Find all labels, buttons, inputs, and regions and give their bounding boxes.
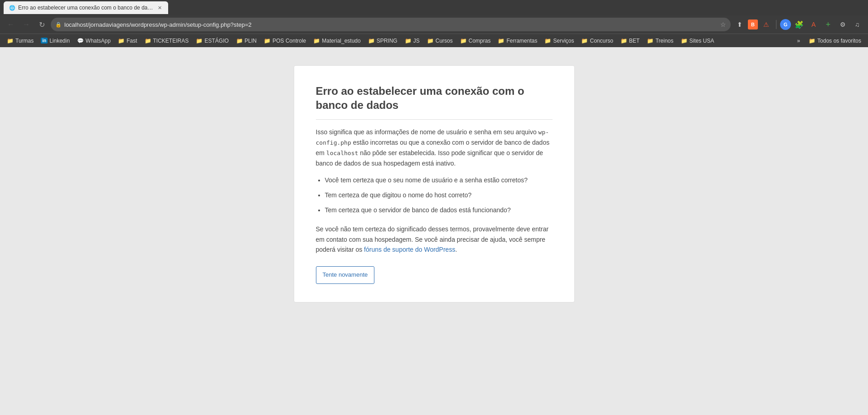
bookmark-material-estudo[interactable]: 📁 Material_estudo (310, 37, 364, 45)
bookmark-estagio[interactable]: 📁 ESTÁGIO (193, 37, 232, 45)
sites-usa-label: Sites USA (689, 38, 714, 44)
whatsapp-icon: 💬 (77, 38, 84, 44)
ticketeiras-label: TICKETEIRAS (153, 38, 189, 44)
turmas-label: Turmas (15, 38, 34, 44)
bookmark-todos-favoritos[interactable]: 📁 Todos os favoritos (805, 37, 864, 45)
treinos-label: Treinos (655, 38, 674, 44)
estagio-icon: 📁 (196, 38, 203, 44)
bookmark-whatsapp[interactable]: 💬 WhatsApp (74, 37, 114, 45)
cursos-label: Cursos (436, 38, 453, 44)
error-card: Erro ao estabelecer uma conexão com o ba… (294, 65, 575, 303)
error-title: Erro ao estabelecer uma conexão com o ba… (316, 84, 553, 120)
bookmark-bet[interactable]: 📁 BET (617, 37, 643, 45)
spring-icon: 📁 (368, 38, 375, 44)
error-body: Isso significa que as informações de nom… (316, 127, 553, 284)
material-estudo-icon: 📁 (313, 38, 320, 44)
url-bar[interactable]: 🔒 localhost/jornadaviagens/wordpress/wp-… (51, 18, 731, 31)
ferramentas-icon: 📁 (498, 38, 504, 44)
compras-label: Compras (469, 38, 491, 44)
bookmark-plin[interactable]: 📁 PLIN (233, 37, 260, 45)
reload-button[interactable]: ↻ (35, 18, 48, 31)
error-paragraph-2: Se você não tem certeza do significado d… (316, 224, 553, 254)
treinos-icon: 📁 (647, 38, 654, 44)
wordpress-support-link[interactable]: fóruns de suporte do WordPress (364, 246, 455, 253)
fast-icon: 📁 (118, 38, 125, 44)
cursos-icon: 📁 (427, 38, 434, 44)
browser-chrome: 🌐 Erro ao estabelecer uma conexão com o … (0, 0, 868, 47)
servicos-label: Serviços (553, 38, 574, 44)
bookmark-turmas[interactable]: 📁 Turmas (4, 37, 37, 45)
bookmark-compras[interactable]: 📁 Compras (457, 37, 494, 45)
bookmark-servicos[interactable]: 📁 Serviços (541, 37, 577, 45)
bookmark-fast[interactable]: 📁 Fast (115, 37, 140, 45)
tab-title: Erro ao estabelecer uma conexão com o ba… (18, 5, 154, 11)
active-tab[interactable]: 🌐 Erro ao estabelecer uma conexão com o … (4, 1, 168, 14)
tab-bar: 🌐 Erro ao estabelecer uma conexão com o … (0, 0, 868, 15)
nav-bar: ← → ↻ 🔒 localhost/jornadaviagens/wordpre… (0, 15, 868, 34)
paragraph2-end: . (455, 246, 457, 253)
bookmark-spring[interactable]: 📁 SPRING (365, 37, 401, 45)
localhost-code: localhost (326, 150, 358, 156)
acrobat-button[interactable]: A (807, 18, 820, 31)
tab-close-button[interactable]: ✕ (157, 4, 163, 12)
separator (776, 20, 776, 29)
plin-label: PLIN (245, 38, 257, 44)
media-button[interactable]: ♫ (851, 18, 863, 31)
linkedin-icon: in (41, 38, 48, 44)
bet-icon: 📁 (621, 38, 627, 44)
nav-right-icons: ⬆ B ⚠ G 🧩 A + ⚙ ♫ (733, 18, 863, 31)
sites-usa-icon: 📁 (681, 38, 688, 44)
bullet-item-3: Tem certeza que o servidor de banco de d… (325, 205, 553, 215)
ticketeiras-icon: 📁 (145, 38, 151, 44)
tab-favicon: 🌐 (9, 5, 15, 11)
servicos-icon: 📁 (544, 38, 551, 44)
js-label: JS (413, 38, 420, 44)
turmas-icon: 📁 (7, 38, 14, 44)
pos-controle-icon: 📁 (264, 38, 271, 44)
material-estudo-label: Material_estudo (322, 38, 360, 44)
spring-label: SPRING (377, 38, 398, 44)
bookmark-ticketeiras[interactable]: 📁 TICKETEIRAS (141, 37, 192, 45)
bookmark-concurso[interactable]: 📁 Concurso (578, 37, 616, 45)
pos-controle-label: POS Controle (272, 38, 306, 44)
todos-favoritos-label: Todos os favoritos (817, 38, 861, 44)
concurso-label: Concurso (590, 38, 613, 44)
brave-shield-button[interactable]: B (748, 20, 758, 29)
page-content: Erro ao estabelecer uma conexão com o ba… (0, 47, 868, 415)
concurso-icon: 📁 (581, 38, 588, 44)
whatsapp-label: WhatsApp (86, 38, 111, 44)
url-text: localhost/jornadaviagens/wordpress/wp-ad… (64, 21, 718, 28)
error-bullet-list: Você tem certeza que o seu nome de usuár… (325, 176, 553, 215)
bookmarks-more-button[interactable]: » (795, 37, 803, 45)
bookmark-js[interactable]: 📁 JS (402, 37, 423, 45)
bookmark-treinos[interactable]: 📁 Treinos (644, 37, 677, 45)
forward-button[interactable]: → (20, 18, 33, 31)
lock-icon: 🔒 (55, 22, 62, 28)
plin-icon: 📁 (236, 38, 243, 44)
bookmark-linkedin[interactable]: in Linkedin (38, 37, 73, 45)
bookmark-pos-controle[interactable]: 📁 POS Controle (261, 37, 309, 45)
bet-label: BET (629, 38, 640, 44)
bookmarks-more-label: » (797, 38, 800, 44)
bookmark-sites-usa[interactable]: 📁 Sites USA (678, 37, 718, 45)
compras-icon: 📁 (460, 38, 467, 44)
add-button[interactable]: + (822, 18, 834, 31)
ferramentas-label: Ferramentas (506, 38, 537, 44)
try-again-button[interactable]: Tente novamente (316, 266, 375, 284)
extensions-button[interactable]: 🧩 (793, 18, 805, 31)
back-button[interactable]: ← (5, 18, 17, 31)
linkedin-label: Linkedin (49, 38, 70, 44)
error-paragraph-1: Isso significa que as informações de nom… (316, 127, 553, 168)
wp-config-code: wp-config.php (316, 129, 549, 146)
bullet-item-1: Você tem certeza que o seu nome de usuár… (325, 176, 553, 185)
profile-button[interactable]: G (780, 19, 791, 30)
share-button[interactable]: ⬆ (733, 18, 746, 31)
brave-alert-button[interactable]: ⚠ (760, 18, 772, 31)
settings-button[interactable]: ⚙ (836, 18, 849, 31)
bookmark-ferramentas[interactable]: 📁 Ferramentas (495, 37, 540, 45)
fast-label: Fast (126, 38, 137, 44)
bullet-item-2: Tem certeza de que digitou o nome do hos… (325, 190, 553, 200)
bookmark-cursos[interactable]: 📁 Cursos (424, 37, 456, 45)
bookmarks-bar: 📁 Turmas in Linkedin 💬 WhatsApp 📁 Fast 📁… (0, 34, 868, 47)
bookmark-icon[interactable]: ☆ (720, 21, 726, 28)
